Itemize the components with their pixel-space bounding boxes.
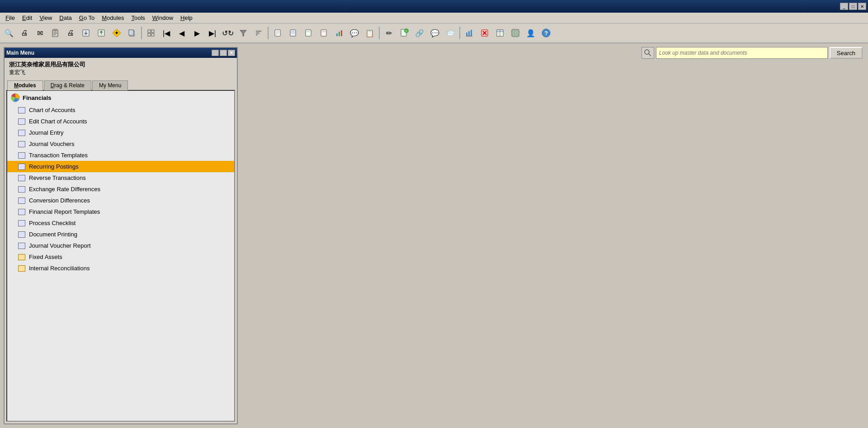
search-button[interactable]: Search	[830, 47, 863, 59]
menu-file[interactable]: File	[2, 14, 19, 22]
menu-goto[interactable]: Go To	[75, 14, 98, 22]
section-financials-label: Financials	[23, 94, 52, 101]
toolbar-msg[interactable]: 💬	[428, 26, 442, 40]
toolbar-grid[interactable]	[144, 26, 158, 40]
doc-icon	[18, 243, 25, 249]
user-name: 童宏飞	[9, 69, 232, 76]
svg-rect-54	[516, 33, 518, 36]
tab-my-menu[interactable]: My Menu	[92, 80, 128, 90]
menu-tools[interactable]: Tools	[127, 14, 148, 22]
svg-rect-15	[148, 33, 151, 36]
window-title-buttons[interactable]: _ □ ✕	[212, 50, 235, 56]
folder-icon	[18, 265, 25, 272]
toolbar-edit[interactable]: ✏	[382, 26, 396, 40]
menu-data[interactable]: Data	[56, 14, 75, 22]
menu-item-journal-vouchers[interactable]: Journal Vouchers	[7, 138, 234, 150]
toolbar-pivot[interactable]	[493, 26, 507, 40]
menu-item-chart-of-accounts[interactable]: Chart of Accounts	[7, 104, 234, 116]
toolbar-sort[interactable]	[251, 26, 266, 40]
toolbar-doc4[interactable]	[316, 26, 331, 40]
window-minimize[interactable]: _	[212, 50, 219, 56]
main-menu-window: Main Menu _ □ ✕ 浙江英奈维家居用品有限公司 童宏飞 Module…	[4, 47, 238, 424]
toolbar-help[interactable]: ?	[539, 26, 553, 40]
menu-item-label: Exchange Rate Differences	[29, 186, 100, 193]
doc-icon	[18, 141, 25, 147]
menu-item-reverse-transactions[interactable]: Reverse Transactions	[7, 172, 234, 183]
menu-item-process-checklist[interactable]: Process Checklist	[7, 217, 234, 229]
toolbar-doc2[interactable]	[286, 26, 300, 40]
doc-icon	[18, 107, 25, 113]
menu-item-transaction-templates[interactable]: Transaction Templates	[7, 150, 234, 161]
toolbar-report[interactable]	[462, 26, 476, 40]
toolbar-last[interactable]: ▶|	[205, 26, 220, 40]
svg-rect-40	[471, 30, 472, 36]
menu-item-exchange-rate[interactable]: Exchange Rate Differences	[7, 183, 234, 195]
menu-list[interactable]: Financials Chart of Accounts Edit Chart …	[7, 91, 234, 421]
section-financials[interactable]: Financials	[7, 91, 234, 104]
window-close[interactable]: ✕	[228, 50, 235, 56]
menu-content: Financials Chart of Accounts Edit Chart …	[6, 90, 235, 422]
title-bar-buttons[interactable]: _ □ ✕	[840, 3, 866, 10]
svg-point-58	[645, 50, 649, 54]
toolbar-find[interactable]: 🔍	[2, 26, 16, 40]
toolbar-doc1[interactable]	[270, 26, 285, 40]
toolbar-print2[interactable]: 🖨	[63, 26, 78, 40]
sep3	[379, 27, 380, 39]
close-button[interactable]: ✕	[858, 3, 866, 10]
menu-item-label: Journal Entry	[29, 129, 64, 136]
search-icon-button[interactable]	[642, 47, 654, 59]
svg-rect-46	[497, 30, 500, 32]
menu-item-journal-voucher-report[interactable]: Journal Voucher Report	[7, 240, 234, 251]
toolbar-doc3[interactable]	[301, 26, 316, 40]
maximize-button[interactable]: □	[849, 3, 857, 10]
toolbar-import[interactable]	[94, 26, 108, 40]
toolbar-add[interactable]: ✦	[109, 26, 124, 40]
menu-item-journal-entry[interactable]: Journal Entry	[7, 127, 234, 138]
menu-item-financial-report-templates[interactable]: Financial Report Templates	[7, 206, 234, 217]
menu-item-label: Journal Voucher Report	[29, 242, 91, 249]
svg-rect-13	[148, 30, 151, 33]
toolbar-chart[interactable]	[332, 26, 346, 40]
menu-modules[interactable]: Modules	[98, 14, 127, 22]
window-maximize[interactable]: □	[220, 50, 227, 56]
menu-window[interactable]: Window	[149, 14, 177, 22]
search-input[interactable]	[656, 47, 828, 59]
toolbar-user[interactable]: 👤	[524, 26, 538, 40]
menu-item-edit-chart[interactable]: Edit Chart of Accounts	[7, 116, 234, 127]
menu-edit[interactable]: Edit	[19, 14, 36, 22]
toolbar-prev[interactable]: ◀	[175, 26, 189, 40]
menu-item-fixed-assets[interactable]: Fixed Assets	[7, 251, 234, 263]
menu-item-document-printing[interactable]: Document Printing	[7, 229, 234, 240]
toolbar-msg2[interactable]: 📨	[443, 26, 458, 40]
menu-item-label: Process Checklist	[29, 220, 75, 226]
toolbar-next[interactable]: ▶	[190, 26, 204, 40]
toolbar-print[interactable]: 🖨	[17, 26, 32, 40]
company-name: 浙江英奈维家居用品有限公司	[9, 61, 232, 69]
menu-item-internal-reconciliations[interactable]: Internal Reconciliations	[7, 263, 234, 274]
menu-item-conversion-differences[interactable]: Conversion Differences	[7, 195, 234, 206]
toolbar-note2[interactable]: 📋	[363, 26, 377, 40]
toolbar-cancel[interactable]	[477, 26, 492, 40]
menu-bar: File Edit View Data Go To Modules Tools …	[0, 13, 868, 24]
menu-help[interactable]: Help	[177, 14, 196, 22]
menu-item-label: Recurring Postings	[29, 163, 79, 170]
toolbar-first[interactable]: |◀	[159, 26, 174, 40]
toolbar-note[interactable]: 💬	[347, 26, 362, 40]
tab-drag-relate[interactable]: Drag & Relate	[44, 80, 91, 90]
sep4	[459, 27, 460, 39]
menu-view[interactable]: View	[36, 14, 56, 22]
toolbar-export[interactable]	[79, 26, 93, 40]
toolbar-grid2[interactable]	[508, 26, 523, 40]
minimize-button[interactable]: _	[840, 3, 848, 10]
menu-item-recurring-postings[interactable]: Recurring Postings	[7, 161, 234, 172]
tab-modules[interactable]: Modules	[7, 80, 43, 90]
menu-item-label: Chart of Accounts	[29, 107, 75, 113]
svg-rect-39	[468, 31, 470, 36]
toolbar-link[interactable]: 🔗	[412, 26, 427, 40]
toolbar-refresh[interactable]: ↺↻	[221, 26, 235, 40]
toolbar-copy[interactable]	[125, 26, 139, 40]
toolbar-newdoc[interactable]: +	[397, 26, 411, 40]
toolbar-filter[interactable]	[236, 26, 250, 40]
toolbar-clipboard[interactable]	[48, 26, 62, 40]
toolbar-email[interactable]: ✉	[33, 26, 47, 40]
